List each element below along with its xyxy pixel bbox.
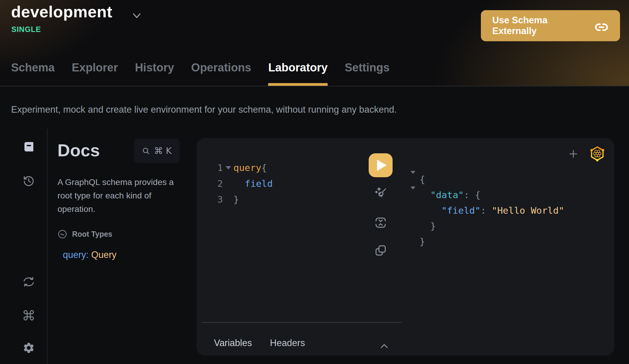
copy-icon [374, 244, 388, 257]
response-viewer: { "data": { "field": "Hello World" } } [411, 172, 564, 249]
refetch-icon[interactable] [22, 276, 35, 288]
line-number: 1 [197, 160, 223, 176]
prettify-sparkle-brush-icon [374, 186, 388, 200]
json-open-root: { [420, 172, 425, 187]
response-line: } [411, 234, 564, 249]
code-close-brace: } [233, 192, 239, 207]
json-field-sep: : [481, 205, 492, 216]
code-keyword: query [233, 162, 261, 173]
code-open-brace: { [261, 162, 267, 173]
root-types-icon [57, 229, 67, 239]
query-editor[interactable]: 1 query{ 2 field 3 } [197, 160, 273, 207]
target-title: development [11, 2, 113, 21]
json-data-sep: : { [464, 189, 481, 200]
panel-divider [201, 322, 402, 323]
tab-history[interactable]: History [135, 61, 174, 86]
root-field-type[interactable]: Query [91, 250, 116, 260]
keyboard-shortcuts-icon[interactable] [22, 309, 35, 322]
search-icon [142, 147, 150, 155]
response-line: "field": "Hello World" [411, 203, 564, 218]
tab-laboratory[interactable]: Laboratory [268, 61, 327, 86]
docs-description: A GraphQL schema provides a root type fo… [57, 175, 186, 216]
fold-triangle-icon[interactable] [223, 160, 233, 176]
response-line: { [411, 172, 564, 187]
hive-logo-icon[interactable] [590, 145, 605, 163]
editor-line: 2 field [197, 176, 273, 192]
json-data-key: "data" [430, 189, 464, 200]
docs-icon[interactable] [22, 140, 35, 153]
root-types-section: Root Types [57, 229, 112, 239]
graphiql-sidebar [0, 129, 48, 364]
copy-query-button[interactable] [374, 244, 388, 257]
link-icon [594, 20, 609, 31]
docs-panel: Docs ⌘ K A GraphQL schema provides a roo… [48, 129, 197, 364]
laboratory-page: development SINGLE Use Schema Externally… [0, 0, 629, 364]
page-header: development SINGLE Use Schema Externally… [0, 0, 629, 86]
tab-variables[interactable]: Variables [214, 338, 252, 348]
editor-line: 1 query{ [197, 160, 273, 176]
plus-icon [568, 149, 578, 159]
json-close-root: } [420, 234, 425, 249]
json-field-value: "Hello World" [492, 205, 564, 216]
status-badge: SINGLE [11, 25, 41, 34]
response-line: "data": { [411, 187, 564, 203]
line-number: 2 [197, 176, 223, 192]
main-tab-bar: Schema Explorer History Operations Labor… [11, 61, 390, 86]
editor-panel: 1 query{ 2 field 3 } [197, 138, 614, 356]
history-icon[interactable] [22, 175, 35, 187]
docs-title: Docs [57, 140, 100, 160]
docs-search-button[interactable]: ⌘ K [134, 139, 180, 163]
play-icon [377, 160, 387, 171]
tab-headers[interactable]: Headers [270, 338, 305, 348]
merge-fragments-button[interactable] [374, 216, 388, 230]
fold-triangle-icon[interactable] [411, 172, 420, 187]
tab-settings[interactable]: Settings [345, 61, 390, 86]
settings-icon[interactable] [22, 342, 35, 354]
root-types-label: Root Types [72, 230, 112, 238]
use-schema-externally-button[interactable]: Use Schema Externally [481, 10, 620, 41]
search-shortcut-label: ⌘ K [154, 146, 171, 156]
root-field-name: query [63, 250, 86, 260]
execute-query-button[interactable] [369, 153, 393, 177]
root-field-separator: : [86, 250, 91, 260]
merge-icon [374, 216, 388, 230]
tab-schema[interactable]: Schema [11, 61, 55, 86]
add-tab-button[interactable] [568, 149, 578, 159]
editor-line: 3 } [197, 192, 273, 207]
root-field-query[interactable]: query: Query [63, 250, 116, 260]
tab-operations[interactable]: Operations [191, 61, 251, 86]
code-field: field [245, 176, 273, 192]
page-subtitle: Experiment, mock and create live environ… [11, 104, 397, 115]
chevron-down-icon[interactable] [132, 12, 142, 20]
use-schema-externally-label: Use Schema Externally [492, 15, 594, 36]
prettify-button[interactable] [374, 186, 388, 200]
line-number: 3 [197, 192, 223, 207]
fold-triangle-icon[interactable] [411, 187, 420, 203]
chevron-up-icon[interactable] [380, 343, 389, 350]
tab-explorer[interactable]: Explorer [72, 61, 118, 86]
json-close-inner: } [430, 218, 436, 234]
json-field-key: "field" [441, 205, 481, 216]
response-line: } [411, 218, 564, 234]
